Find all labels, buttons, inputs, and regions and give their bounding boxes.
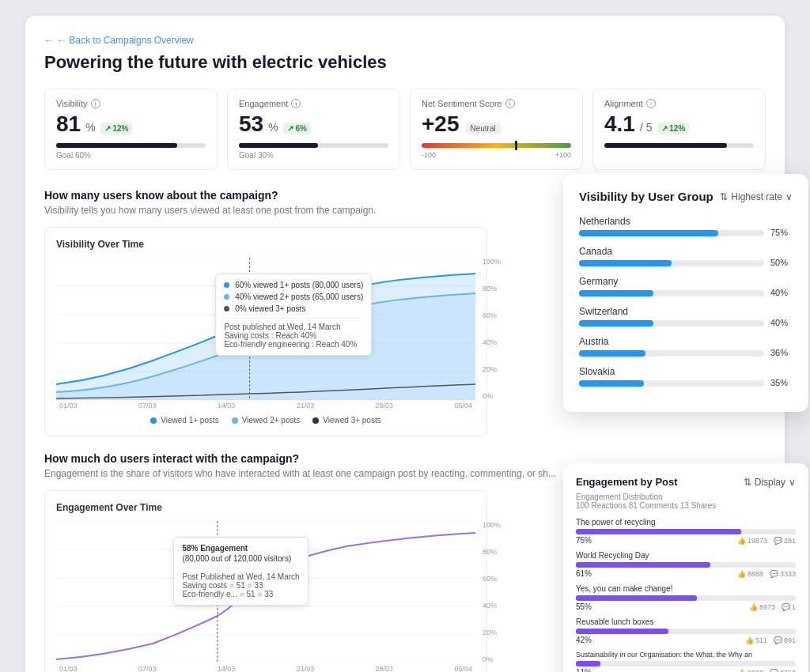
eng-tooltip-line1: 58% Engagement [182,544,299,553]
ep-stats-0: 👍 19873 💬 281 [737,537,796,545]
eng-tooltip-note3: Eco-friendly e... ○ 51 ○ 33 [182,590,299,598]
ep-pct-4: 11% [576,668,592,672]
metric-alignment: Alignment i 4.1 / 5 ↗ 12% [592,89,766,170]
ep-pct-2: 55% [576,602,592,611]
sentiment-labels: -100 +100 [422,151,571,159]
ep-bar-fill-0 [576,529,741,534]
country-bar-bg-3 [579,320,764,327]
ep-bar-bg-4 [576,661,796,666]
visibility-by-group-panel: Visibility by User Group ⇅ Highest rate … [563,174,808,412]
metrics-row: Visibility i 81 % ↗ 12% Goal 60% Engagem… [44,89,766,170]
ep-meta-4: 11% 👍 2222 💬 8762 [576,668,796,672]
eng-tooltip-note2: Saving costs ○ 51 ○ 33 [182,581,299,590]
tooltip-line2: 40% viewed 2+ posts (65,000 users) [235,293,363,301]
legend-dot-1 [150,417,157,424]
ep-chevron: ∨ [789,477,796,488]
engagement-chart-title: Engagement Over Time [56,502,475,513]
engagement-bar-fill [239,143,318,148]
engagement-chart-area: 100%80%60%40%20%0% 58% Engagement (80,00… [56,521,475,663]
alignment-label: Alignment [604,99,643,108]
back-link-label: ← Back to Campaigns Overview [57,35,194,46]
ep-stat-reactions-1: 👍 8888 [737,570,763,578]
ep-pct-1: 61% [576,569,592,578]
metric-sentiment: Net Sentiment Score i +25 Neutral -100 +… [410,89,583,170]
engagement-label: Engagement [239,99,288,108]
country-bar-bg-0 [579,230,764,236]
page-title: Powering the future with electric vehicl… [44,52,766,73]
ep-bar-bg-2 [576,595,796,601]
ep-filter-label: Display [755,477,785,488]
legend-item-3: Viewed 3+ posts [312,416,380,425]
legend-item-1: Viewed 1+ posts [150,416,218,425]
country-row-5: Slovakia 35% [579,366,793,387]
country-pct-2: 40% [770,288,788,297]
ep-row-name-0: The power of recycling [576,518,796,527]
ep-bar-bg-3 [576,629,796,634]
ep-stat-comments-0: 💬 281 [774,537,796,545]
country-name-0: Netherlands [579,216,793,227]
ep-row-name-4: Sustainability in our Organisation: the … [576,651,796,659]
panel-filter[interactable]: ⇅ Highest rate ∨ [720,191,793,202]
ep-row-name-2: Yes, you can make change! [576,584,796,593]
alignment-bar-fill [604,143,727,148]
country-row-3: Switzerland 40% [579,306,793,327]
engagement-unit: % [268,121,278,134]
country-name-5: Slovakia [579,366,793,377]
visibility-y-labels: 100%80%60%40%20%0% [483,258,501,400]
tooltip-dot-1 [224,282,229,288]
ep-bar-fill-1 [576,562,710,568]
eng-tooltip-note1: Post Published at Wed, 14 March [182,572,299,581]
sentiment-info-icon[interactable]: i [505,99,515,108]
ep-stat-reactions-0: 👍 19873 [737,537,767,545]
tooltip-dot-3 [224,306,229,311]
visibility-goal: Goal 60% [56,151,206,160]
tooltip-line1: 60% viewed 1+ posts (80,000 users) [235,281,363,289]
legend-label-1: Viewed 1+ posts [161,416,218,425]
ep-stats-1: 👍 8888 💬 3333 [737,570,796,578]
visibility-bar-fill [56,143,177,148]
ep-stat-reactions-3: 👍 511 [745,636,767,644]
engagement-info-icon[interactable]: i [291,99,301,108]
country-row-2: Germany 40% [579,276,793,296]
ep-posts-list: The power of recycling 75% 👍 19873 💬 281… [576,518,796,672]
visibility-chart-tooltip: 60% viewed 1+ posts (80,000 users) 40% v… [215,274,372,356]
sentiment-value: +25 [422,111,460,137]
country-name-1: Canada [579,246,793,257]
ep-stats-3: 👍 511 💬 891 [745,636,796,644]
country-row-4: Austria 36% [579,336,793,357]
visibility-legend: Viewed 1+ posts Viewed 2+ posts Viewed 3… [56,416,475,425]
sentiment-indicator [515,141,517,150]
country-bar-bg-4 [579,350,764,357]
country-row-1: Canada 50% [579,246,793,266]
tooltip-note3: Eco-friendly engineering : Reach 40% [224,340,363,349]
ep-row-name-1: World Recycling Day [576,551,796,560]
alignment-value: 4.1 [604,111,635,137]
panel-header: Visibility by User Group ⇅ Highest rate … [579,190,793,203]
tooltip-line3: 0% viewed 3+ posts [235,304,305,313]
sentiment-min: -100 [422,151,436,159]
country-row-0: Netherlands 75% [579,216,793,236]
engagement-y-labels: 100%80%60%40%20%0% [483,521,501,663]
legend-label-2: Viewed 2+ posts [242,416,300,425]
engagement-chart-card: Engagement Over Time 100%80%60%40%20%0% … [44,490,487,672]
ep-meta-2: 55% 👍 8973 💬 1 [576,602,796,611]
back-link[interactable]: ← ← Back to Campaigns Overview [44,35,766,46]
visibility-info-icon[interactable]: i [91,99,100,108]
back-arrow-icon: ← [44,35,54,46]
sentiment-label: Net Sentiment Score [422,99,502,108]
ep-filter[interactable]: ⇅ Display ∨ [744,477,796,488]
country-bar-fill-1 [579,260,672,266]
ep-pct-0: 75% [576,536,592,545]
visibility-chart-card: Visibility Over Time 100%80%60%40%20%0% [44,227,487,436]
country-bar-fill-0 [579,230,718,236]
country-pct-1: 50% [770,258,788,267]
engagement-badge: ↗ 6% [283,123,311,134]
legend-dot-3 [312,417,319,424]
country-bar-bg-1 [579,260,764,266]
visibility-label: Visibility [56,99,88,108]
ep-title: Engagement by Post [576,476,678,488]
ep-stats-4: 👍 2222 💬 8762 [737,669,796,673]
alignment-info-icon[interactable]: i [646,99,656,108]
alignment-badge: ↗ 12% [657,123,690,134]
engagement-goal: Goal 30% [239,151,388,160]
